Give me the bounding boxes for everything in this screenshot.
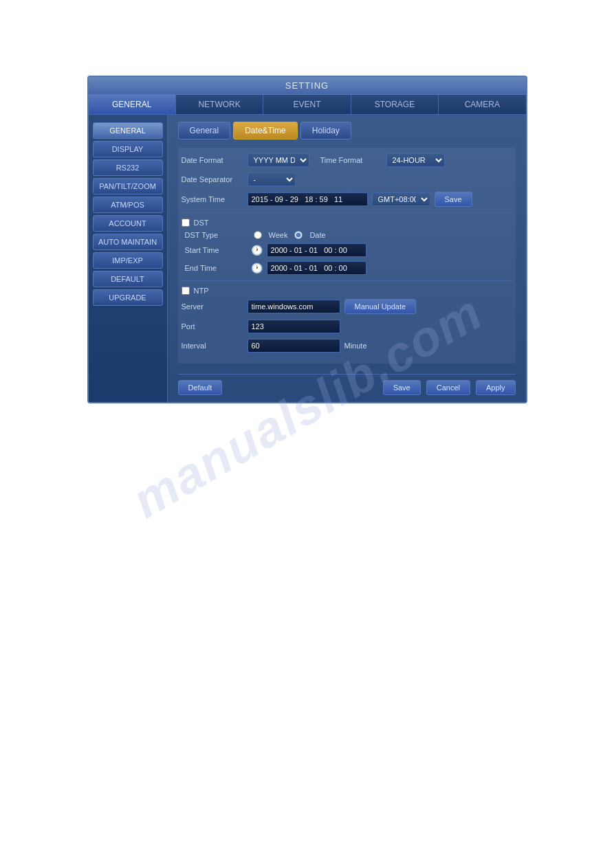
- right-panel: General Date&Time Holiday Date Format: [168, 115, 526, 402]
- dst-checkbox-row: DST: [182, 219, 512, 227]
- save-button[interactable]: Save: [383, 380, 421, 395]
- apply-button[interactable]: Apply: [476, 380, 516, 395]
- sub-tab-holiday[interactable]: Holiday: [300, 122, 351, 140]
- form-section: Date Format YYYY MM DD MM DD YYYY DD MM …: [178, 148, 516, 364]
- content-area: GENERAL DISPLAY RS232 PAN/TILT/ZOOM ATM/…: [89, 115, 526, 402]
- dst-label: DST: [194, 219, 209, 227]
- start-time-clock-icon: 🕐: [251, 245, 263, 256]
- timezone-select[interactable]: GMT+08:00: [372, 192, 430, 206]
- sidebar-item-display[interactable]: DISPLAY: [93, 141, 163, 157]
- system-time-label: System Time: [182, 195, 243, 203]
- sidebar-item-account[interactable]: ACCOUNT: [93, 215, 163, 232]
- date-format-label: Date Format: [182, 156, 243, 164]
- interval-label: Interval: [182, 342, 243, 350]
- time-format-select[interactable]: 24-HOUR 12-HOUR: [386, 153, 445, 167]
- dst-date-label: Date: [309, 231, 325, 239]
- sub-tab-date-time[interactable]: Date&Time: [233, 122, 298, 140]
- port-label: Port: [182, 322, 243, 331]
- tab-event[interactable]: EVENT: [263, 95, 351, 114]
- server-row: Server Manual Update: [182, 299, 512, 314]
- dst-type-date-radio[interactable]: [294, 231, 303, 239]
- sidebar-item-imp-exp[interactable]: IMP/EXP: [93, 252, 163, 269]
- system-time-row: System Time GMT+08:00 Save: [182, 192, 512, 207]
- date-format-select[interactable]: YYYY MM DD MM DD YYYY DD MM YYYY: [248, 153, 309, 167]
- window-title: SETTING: [285, 80, 329, 91]
- system-time-input[interactable]: [248, 192, 368, 206]
- end-time-input[interactable]: [267, 261, 366, 275]
- title-bar: SETTING: [89, 77, 526, 95]
- ntp-label: NTP: [194, 287, 209, 295]
- dst-type-label: DST Type: [185, 231, 247, 239]
- bottom-buttons: Default Save Cancel Apply: [178, 374, 516, 395]
- dst-checkbox[interactable]: [182, 219, 190, 227]
- sidebar-item-pan-tilt-zoom[interactable]: PAN/TILT/ZOOM: [93, 178, 163, 194]
- dst-week-label: Week: [269, 231, 288, 239]
- top-tabs: GENERAL NETWORK EVENT STORAGE CAMERA: [89, 95, 526, 115]
- server-input[interactable]: [248, 300, 340, 313]
- ntp-section: NTP Server Manual Update Port: [182, 287, 512, 353]
- dst-type-week-radio[interactable]: [254, 231, 262, 239]
- sidebar-item-atm-pos[interactable]: ATM/POS: [93, 197, 163, 213]
- divider-1: [182, 212, 512, 213]
- port-row: Port: [182, 320, 512, 333]
- time-format-label: Time Format: [320, 156, 382, 164]
- default-button[interactable]: Default: [178, 380, 223, 395]
- dst-type-row: DST Type Week Date: [185, 231, 512, 239]
- start-time-row: Start Time 🕐: [185, 243, 512, 257]
- dst-section: DST DST Type Week Date Start Time 🕐: [182, 219, 512, 275]
- date-separator-row: Date Separator - / .: [182, 173, 512, 186]
- manual-update-button[interactable]: Manual Update: [344, 299, 417, 314]
- port-input[interactable]: [248, 320, 340, 333]
- server-label: Server: [182, 302, 243, 311]
- minute-label: Minute: [344, 342, 367, 350]
- tab-general[interactable]: GENERAL: [89, 95, 176, 114]
- date-separator-label: Date Separator: [182, 175, 243, 183]
- end-time-clock-icon: 🕐: [251, 263, 263, 274]
- end-time-label: End Time: [185, 264, 247, 272]
- sub-tabs: General Date&Time Holiday: [178, 122, 516, 140]
- divider-2: [182, 280, 512, 281]
- tab-network[interactable]: NETWORK: [176, 95, 263, 114]
- date-format-row: Date Format YYYY MM DD MM DD YYYY DD MM …: [182, 153, 512, 167]
- sidebar-item-auto-maintain[interactable]: AUTO MAINTAIN: [93, 234, 163, 250]
- cancel-button[interactable]: Cancel: [426, 380, 470, 395]
- start-time-label: Start Time: [185, 246, 247, 254]
- sub-tab-general[interactable]: General: [178, 122, 231, 140]
- sidebar-item-default[interactable]: DEFAULT: [93, 271, 163, 287]
- ntp-checkbox-row: NTP: [182, 287, 512, 295]
- left-sidebar: GENERAL DISPLAY RS232 PAN/TILT/ZOOM ATM/…: [89, 115, 168, 402]
- sidebar-item-upgrade[interactable]: UPGRADE: [93, 289, 163, 306]
- right-buttons: Save Cancel Apply: [383, 380, 516, 395]
- interval-row: Interval Minute: [182, 339, 512, 353]
- date-separator-select[interactable]: - / .: [248, 173, 296, 186]
- sidebar-item-rs232[interactable]: RS232: [93, 159, 163, 176]
- tab-storage[interactable]: STORAGE: [351, 95, 439, 114]
- system-time-save-button[interactable]: Save: [435, 192, 472, 207]
- interval-input[interactable]: [248, 339, 340, 353]
- tab-camera[interactable]: CAMERA: [439, 95, 525, 114]
- sidebar-item-general[interactable]: GENERAL: [93, 122, 163, 139]
- ntp-checkbox[interactable]: [182, 287, 190, 295]
- end-time-row: End Time 🕐: [185, 261, 512, 275]
- start-time-input[interactable]: [267, 243, 366, 257]
